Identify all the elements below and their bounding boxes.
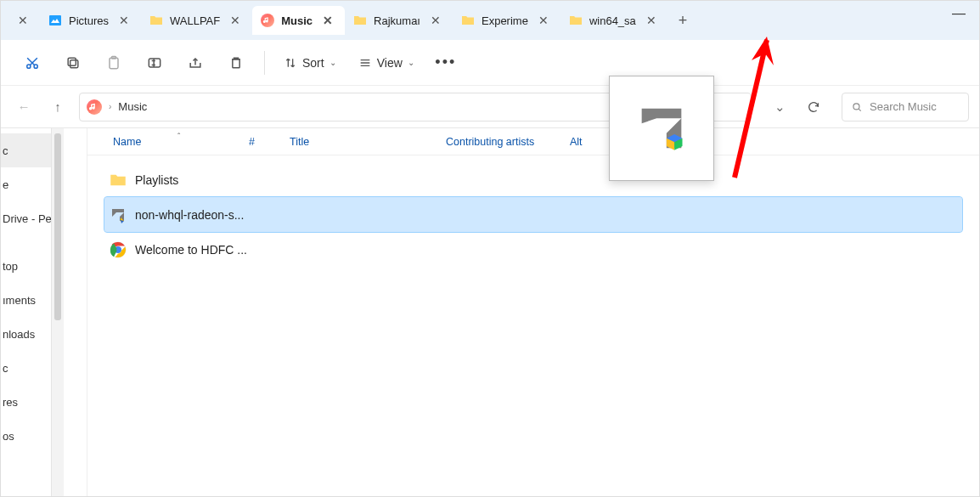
tab-label: Experime (482, 14, 528, 27)
nav-item[interactable]: e (1, 167, 51, 201)
tab-experiments[interactable]: Experime ✕ (453, 6, 560, 35)
minimize-button[interactable]: — (952, 6, 966, 21)
rename-button[interactable] (137, 47, 172, 79)
column-headers: Nameˆ # Title Contributing artists Alt (87, 128, 979, 155)
svg-rect-0 (49, 15, 61, 25)
chevron-down-icon: ⌄ (408, 58, 414, 67)
back-button[interactable]: ← (11, 94, 37, 120)
tab-label: WALLPAF (170, 14, 220, 27)
close-icon[interactable]: ✕ (319, 14, 336, 27)
file-list: Nameˆ # Title Contributing artists Alt P… (87, 128, 979, 496)
nav-item[interactable]: os (1, 419, 51, 453)
copy-button[interactable] (55, 47, 91, 79)
amd-icon (632, 99, 691, 158)
tab-strip: ✕ Pictures ✕ WALLPAF ✕ Music ✕ Rajkumaı … (1, 1, 979, 40)
col-num[interactable]: # (240, 136, 281, 148)
svg-point-9 (853, 103, 859, 109)
close-icon[interactable]: ✕ (227, 14, 244, 27)
tab-label: win64_sa (589, 14, 636, 27)
annotation-arrow (718, 35, 786, 188)
music-icon (87, 99, 102, 115)
close-icon[interactable]: ✕ (115, 14, 132, 27)
view-label: View (377, 56, 403, 70)
folder-icon (461, 14, 475, 27)
search-placeholder: Search Music (870, 100, 937, 113)
file-row[interactable]: Welcome to HDFC ... (104, 232, 962, 267)
tab-pictures[interactable]: Pictures ✕ (40, 6, 141, 35)
sort-button[interactable]: Sort ⌄ (275, 47, 345, 79)
share-button[interactable] (177, 47, 213, 79)
folder-icon (353, 14, 367, 27)
svg-point-2 (34, 65, 37, 68)
search-icon (851, 101, 863, 113)
more-button[interactable]: ••• (428, 47, 464, 79)
nav-item[interactable]: Drive - Per (1, 201, 51, 235)
file-name: non-whql-radeon-s... (135, 208, 244, 222)
nav-item[interactable]: ıments (1, 283, 51, 317)
svg-rect-3 (70, 59, 78, 67)
nav-item[interactable]: c (1, 133, 51, 167)
file-name: Playlists (135, 173, 178, 187)
leading-tab[interactable]: ✕ (6, 6, 40, 35)
folder-icon (569, 14, 583, 27)
file-name: Welcome to HDFC ... (135, 243, 247, 257)
nav-item[interactable]: top (1, 249, 51, 283)
chrome-icon (110, 241, 127, 258)
sort-caret-icon: ˆ (177, 133, 180, 142)
sort-label: Sort (302, 56, 324, 70)
chevron-right-icon: › (109, 102, 111, 111)
spacer (64, 128, 87, 496)
col-title[interactable]: Title (281, 136, 437, 148)
address-bar-row: ← ↑ › Music ⌄ Search Music (1, 86, 979, 128)
file-row[interactable]: Playlists (104, 162, 962, 197)
toolbar: Sort ⌄ View ⌄ ••• (1, 40, 979, 86)
folder-icon (149, 14, 163, 27)
view-button[interactable]: View ⌄ (350, 47, 423, 79)
new-tab-button[interactable]: + (668, 7, 698, 35)
file-row[interactable]: non-whql-radeon-s... (104, 197, 962, 232)
up-button[interactable]: ↑ (45, 94, 70, 120)
tab-label: Rajkumaı (374, 14, 420, 27)
svg-rect-8 (233, 59, 239, 67)
nav-item[interactable]: res (1, 385, 51, 419)
close-icon[interactable]: ✕ (427, 14, 444, 27)
cut-button[interactable] (14, 47, 50, 79)
pictures-icon (48, 14, 62, 27)
svg-rect-7 (149, 59, 160, 67)
col-name[interactable]: Nameˆ (104, 136, 240, 148)
svg-rect-4 (68, 58, 76, 65)
drag-preview (609, 76, 714, 181)
view-icon (358, 56, 372, 70)
svg-rect-5 (110, 58, 118, 69)
nav-scrollbar[interactable] (52, 128, 64, 496)
nav-pane[interactable]: c e Drive - Per top ıments nloads c res … (1, 128, 52, 496)
delete-button[interactable] (218, 47, 254, 79)
close-icon[interactable]: ✕ (643, 14, 660, 27)
search-input[interactable]: Search Music (842, 93, 969, 121)
tab-label: Music (281, 14, 313, 27)
tab-music[interactable]: Music ✕ (252, 6, 345, 35)
tab-wallpaper[interactable]: WALLPAF ✕ (141, 6, 252, 35)
close-icon[interactable]: ✕ (535, 14, 552, 27)
col-artists[interactable]: Contributing artists (437, 136, 561, 148)
tab-rajkumar[interactable]: Rajkumaı ✕ (345, 6, 453, 35)
paste-button[interactable] (96, 47, 132, 79)
nav-item[interactable]: c (1, 351, 51, 385)
scrollbar-thumb[interactable] (54, 133, 61, 320)
chevron-down-icon: ⌄ (329, 58, 336, 67)
close-icon[interactable]: ✕ (14, 14, 31, 27)
nav-item[interactable]: nloads (1, 317, 51, 351)
music-icon (261, 14, 274, 27)
svg-point-1 (27, 65, 31, 68)
refresh-button[interactable] (801, 94, 826, 120)
amd-icon (110, 206, 127, 223)
separator (264, 51, 265, 75)
sort-icon (284, 56, 297, 70)
col-album[interactable]: Alt (561, 136, 612, 148)
tab-win64[interactable]: win64_sa ✕ (560, 6, 668, 35)
breadcrumb-location[interactable]: Music (118, 100, 147, 113)
folder-icon (110, 172, 127, 189)
tab-label: Pictures (69, 14, 109, 27)
